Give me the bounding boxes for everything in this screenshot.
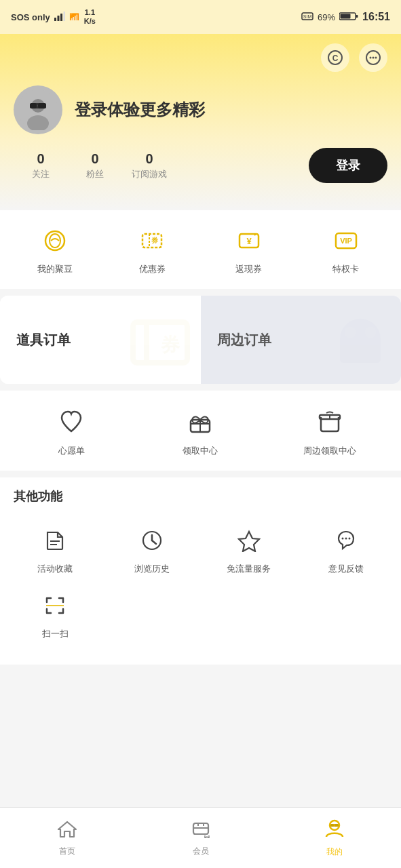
activity-collect-item[interactable]: 活动收藏	[7, 517, 104, 582]
wishlist-label: 心愿单	[58, 445, 85, 457]
coupon-icon: 券	[135, 224, 169, 258]
functions-grid: 活动收藏 浏览历史	[0, 510, 401, 654]
nav-member[interactable]: 会员	[167, 819, 235, 857]
svg-text:¥: ¥	[246, 236, 252, 246]
vip-card-label: 特权卡	[332, 263, 359, 275]
svg-point-38	[365, 327, 376, 338]
svg-point-50	[348, 538, 350, 540]
bean-icon	[38, 224, 72, 258]
svg-line-46	[152, 540, 156, 544]
prop-order-tab[interactable]: 道具订单 券	[0, 296, 201, 384]
other-functions: 其他功能 活动收藏	[0, 477, 401, 665]
speed-text: 1.1K/s	[84, 8, 96, 26]
svg-text:C: C	[332, 54, 339, 63]
browse-history-label: 浏览历史	[134, 563, 170, 575]
peripheral-icon	[312, 404, 347, 439]
quick-actions: 我的聚豆 券 优惠券 ¥ 返现券	[0, 210, 401, 289]
svg-rect-3	[63, 12, 65, 21]
browse-history-item[interactable]: 浏览历史	[104, 517, 201, 582]
cashback-item[interactable]: ¥ 返现券	[222, 224, 276, 275]
login-button[interactable]: 登录	[309, 148, 387, 183]
coin-button[interactable]: C	[321, 43, 349, 72]
receive-center-item[interactable]: 领取中心	[163, 404, 237, 457]
bottom-nav: 首页 会员 我的	[0, 807, 401, 868]
svg-text:券: 券	[151, 237, 159, 244]
subscribed-label: 订阅游戏	[132, 168, 167, 180]
browse-history-icon	[135, 524, 169, 557]
prop-order-bg-icon: 券	[126, 309, 194, 384]
svg-marker-47	[239, 532, 259, 551]
activity-collect-label: 活动收藏	[37, 563, 73, 575]
svg-rect-36	[340, 336, 381, 363]
order-tabs: 道具订单 券 周边订单	[0, 296, 401, 384]
svg-rect-58	[335, 824, 339, 827]
stat-following: 0 关注	[14, 151, 68, 180]
svg-rect-19	[30, 103, 37, 108]
member-icon	[191, 819, 211, 843]
profile-section: 登录体验更多精彩	[14, 79, 387, 148]
coupon-item[interactable]: 券 优惠券	[125, 224, 179, 275]
my-bean-item[interactable]: 我的聚豆	[28, 224, 82, 275]
svg-rect-20	[38, 103, 46, 108]
status-left: SOS only 📶 1.1K/s	[11, 8, 96, 26]
activity-collect-icon	[38, 524, 72, 557]
wifi-icon: 📶	[69, 12, 80, 22]
status-bar: SOS only 📶 1.1K/s SIM 69%	[0, 0, 401, 34]
receive-icon	[183, 404, 218, 439]
profile-name: 登录体验更多精彩	[75, 99, 205, 121]
svg-point-15	[375, 57, 377, 59]
receive-label: 领取中心	[183, 445, 218, 457]
svg-point-14	[373, 57, 375, 59]
feedback-item[interactable]: 意见反馈	[297, 517, 394, 582]
cashback-icon: ¥	[232, 224, 266, 258]
svg-point-13	[370, 57, 372, 59]
battery-icon	[339, 12, 358, 23]
peripheral-receive-item[interactable]: 周边领取中心	[292, 404, 367, 457]
nav-home[interactable]: 首页	[33, 819, 101, 857]
home-icon	[57, 819, 77, 843]
following-label: 关注	[32, 168, 50, 180]
svg-text:VIP: VIP	[340, 237, 352, 245]
svg-text:券: 券	[160, 334, 180, 355]
main-content: 我的聚豆 券 优惠券 ¥ 返现券	[0, 210, 401, 739]
svg-text:SIM: SIM	[303, 14, 312, 19]
member-label: 会员	[193, 846, 209, 857]
feedback-icon	[329, 524, 363, 557]
free-traffic-label: 免流量服务	[227, 563, 271, 575]
nav-mine[interactable]: 我的	[301, 818, 368, 858]
section-title: 其他功能	[0, 477, 401, 510]
wishlist-icon	[54, 404, 89, 439]
scan-label: 扫一扫	[42, 628, 69, 640]
svg-text:📶: 📶	[69, 12, 79, 20]
svg-rect-9	[356, 15, 358, 18]
free-traffic-item[interactable]: 免流量服务	[201, 517, 298, 582]
wishlist-item[interactable]: 心愿单	[34, 404, 109, 457]
fans-label: 粉丝	[86, 168, 104, 180]
scan-icon	[38, 589, 72, 623]
vip-card-item[interactable]: VIP 特权卡	[319, 224, 373, 275]
feature-grid: 心愿单 领取中心	[0, 391, 401, 471]
mine-label: 我的	[326, 846, 343, 858]
avatar[interactable]	[14, 85, 62, 134]
home-label: 首页	[59, 846, 75, 857]
scan-item[interactable]: 扫一扫	[7, 582, 104, 647]
peripheral-order-label: 周边订单	[217, 331, 271, 349]
svg-point-48	[341, 538, 343, 540]
subscribed-count: 0	[145, 151, 153, 167]
message-button[interactable]	[359, 43, 387, 72]
vip-card-icon: VIP	[329, 224, 363, 258]
signal-icon	[54, 12, 65, 23]
peripheral-order-tab[interactable]: 周边订单	[201, 296, 402, 384]
svg-rect-1	[57, 16, 59, 21]
stats-row: 0 关注 0 粉丝 0 订阅游戏 登录	[14, 148, 387, 197]
bean-label: 我的聚豆	[37, 263, 73, 275]
fans-count: 0	[91, 151, 98, 167]
cashback-label: 返现券	[235, 263, 262, 275]
time: 16:51	[362, 11, 390, 23]
top-icons-row: C	[14, 34, 387, 79]
stat-fans: 0 粉丝	[68, 151, 122, 180]
status-right: SIM 69% 16:51	[301, 11, 390, 23]
svg-rect-0	[54, 18, 56, 21]
svg-point-49	[345, 538, 347, 540]
feedback-label: 意见反馈	[328, 563, 364, 575]
